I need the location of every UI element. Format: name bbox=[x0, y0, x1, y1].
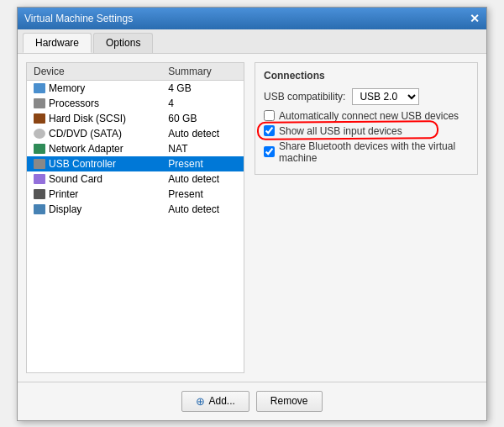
usb-compat-row: USB compatibility: USB 1.1USB 2.0USB 3.0 bbox=[264, 88, 469, 105]
checkbox-auto-connect[interactable] bbox=[264, 110, 275, 121]
usb-compat-label: USB compatibility: bbox=[264, 91, 345, 103]
col-device: Device bbox=[27, 63, 161, 81]
table-row-printer[interactable]: PrinterPresent bbox=[27, 187, 244, 202]
main-content: Device Summary Memory4 GBProcessors4Hard… bbox=[18, 54, 486, 382]
remove-label: Remove bbox=[270, 395, 308, 407]
right-panel: Connections USB compatibility: USB 1.1US… bbox=[255, 62, 478, 373]
checkbox-label-auto-connect: Automatically connect new USB devices bbox=[279, 110, 459, 122]
device-name: Printer bbox=[49, 188, 78, 200]
add-label: Add... bbox=[208, 395, 234, 407]
footer-bar: Add... Remove bbox=[18, 382, 486, 420]
add-button[interactable]: Add... bbox=[181, 391, 249, 412]
device-summary: 60 GB bbox=[161, 111, 244, 126]
cd-icon bbox=[34, 129, 45, 139]
device-summary: 4 GB bbox=[161, 80, 244, 96]
checkbox-share-bluetooth[interactable] bbox=[264, 146, 275, 157]
device-name: Network Adapter bbox=[49, 143, 123, 155]
connections-label: Connections bbox=[264, 70, 469, 82]
usb-icon bbox=[34, 159, 45, 169]
sound-icon bbox=[34, 174, 45, 184]
table-row-sound[interactable]: Sound CardAuto detect bbox=[27, 171, 244, 187]
device-table: Device Summary Memory4 GBProcessors4Hard… bbox=[27, 63, 244, 217]
printer-icon bbox=[34, 189, 45, 199]
device-name: Display bbox=[49, 203, 81, 215]
close-button[interactable]: ✕ bbox=[470, 13, 480, 24]
table-row-memory[interactable]: Memory4 GB bbox=[27, 80, 244, 96]
table-row-network[interactable]: Network AdapterNAT bbox=[27, 141, 244, 156]
tab-hardware[interactable]: Hardware bbox=[23, 33, 92, 53]
device-summary: Auto detect bbox=[161, 202, 244, 217]
add-icon bbox=[196, 395, 205, 408]
device-summary: Auto detect bbox=[161, 126, 244, 141]
table-row-hard-disk[interactable]: Hard Disk (SCSI)60 GB bbox=[27, 111, 244, 126]
checkbox-row-share-bluetooth: Share Bluetooth devices with the virtual… bbox=[264, 140, 469, 164]
virtual-machine-settings-window: Virtual Machine Settings ✕ Hardware Opti… bbox=[17, 7, 487, 421]
window-title: Virtual Machine Settings bbox=[24, 13, 133, 24]
table-row-usb[interactable]: USB ControllerPresent bbox=[27, 156, 244, 171]
device-name: Memory bbox=[49, 82, 85, 94]
table-row-processors[interactable]: Processors4 bbox=[27, 96, 244, 111]
device-summary: Auto detect bbox=[161, 171, 244, 187]
device-summary: 4 bbox=[161, 96, 244, 111]
device-name: USB Controller bbox=[49, 158, 116, 170]
checkbox-row-auto-connect: Automatically connect new USB devices bbox=[264, 110, 469, 122]
device-list-panel: Device Summary Memory4 GBProcessors4Hard… bbox=[26, 62, 244, 373]
checkbox-label-share-bluetooth: Share Bluetooth devices with the virtual… bbox=[279, 140, 469, 164]
cpu-icon bbox=[34, 98, 45, 108]
connections-group: Connections USB compatibility: USB 1.1US… bbox=[255, 62, 478, 175]
network-icon bbox=[34, 144, 45, 154]
hdd-icon bbox=[34, 113, 45, 124]
remove-button[interactable]: Remove bbox=[256, 391, 323, 412]
tab-options[interactable]: Options bbox=[93, 33, 153, 53]
device-summary: NAT bbox=[161, 141, 244, 156]
checkbox-row-show-all: Show all USB input devices bbox=[264, 125, 469, 137]
memory-icon bbox=[34, 83, 45, 93]
table-row-display[interactable]: DisplayAuto detect bbox=[27, 202, 244, 217]
checkbox-label-show-all: Show all USB input devices bbox=[279, 125, 402, 137]
tab-bar: Hardware Options bbox=[18, 29, 486, 54]
checkbox-show-all[interactable] bbox=[264, 125, 275, 136]
checkboxes-container: Automatically connect new USB devicesSho… bbox=[264, 110, 469, 164]
device-name: Hard Disk (SCSI) bbox=[49, 113, 126, 124]
col-summary: Summary bbox=[161, 63, 244, 81]
device-name: CD/DVD (SATA) bbox=[49, 128, 122, 140]
usb-compat-select[interactable]: USB 1.1USB 2.0USB 3.0 bbox=[352, 88, 419, 105]
device-name: Processors bbox=[49, 98, 99, 109]
device-name: Sound Card bbox=[49, 173, 102, 185]
display-icon bbox=[34, 204, 45, 214]
device-summary: Present bbox=[161, 187, 244, 202]
title-bar: Virtual Machine Settings ✕ bbox=[18, 8, 486, 29]
device-summary: Present bbox=[161, 156, 244, 171]
table-row-cd-dvd[interactable]: CD/DVD (SATA)Auto detect bbox=[27, 126, 244, 141]
